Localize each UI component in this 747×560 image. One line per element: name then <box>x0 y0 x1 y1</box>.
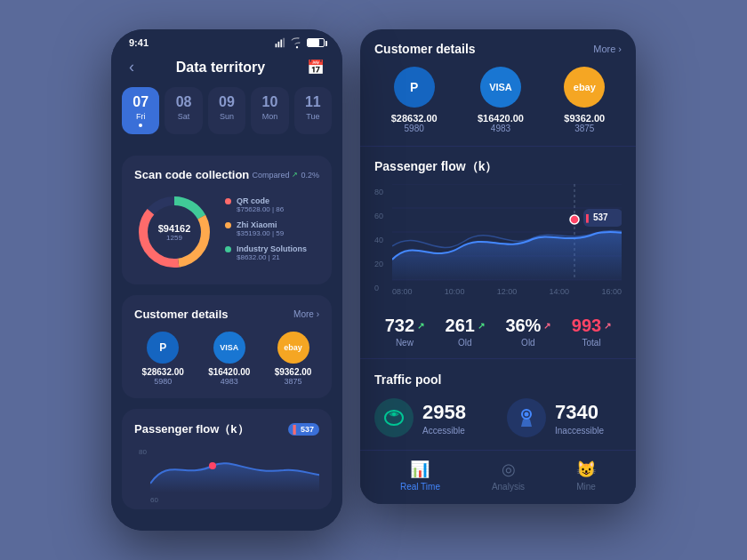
stats-row: 732 ↗ New 261 ↗ Old 36% ↗ Old <box>360 305 636 359</box>
right-customer-title: Customer details <box>374 42 476 56</box>
status-time: 9:41 <box>129 37 149 48</box>
svg-rect-3 <box>283 38 285 48</box>
x-label-1600: 16:00 <box>601 287 622 296</box>
bottom-nav: 📊 Real Time ◎ Analysis 😺 Mine <box>360 450 636 504</box>
calendar-icon[interactable]: 📅 <box>307 59 325 76</box>
donut-chart: $94162 1259 <box>134 192 214 272</box>
scan-title: Scan code collection <box>134 168 249 181</box>
stat-old1: 261 ↗ Old <box>446 316 485 348</box>
passenger-title: Passenger flow（k） <box>134 421 249 437</box>
x-label-1400: 14:00 <box>550 287 570 296</box>
svg-point-16 <box>570 215 579 224</box>
donut-amount: $94162 <box>158 223 191 234</box>
visa-icon: VISA <box>213 332 245 364</box>
big-visa: VISA $16420.00 4983 <box>478 67 524 133</box>
svg-point-9 <box>209 462 216 469</box>
x-label-1000: 10:00 <box>445 287 465 296</box>
total-trend-icon: ↗ <box>604 321 611 331</box>
nav-analysis-label: Analysis <box>492 482 525 492</box>
date-item-mon[interactable]: 10 Mon <box>251 87 288 134</box>
customer-details-section: Customer details More › P $28632.00 5980… <box>122 295 332 398</box>
left-phone: 9:41 ‹ Data territory 📅 07 Fri 08 Sat <box>111 29 342 531</box>
date-item-fri[interactable]: 07 Fri <box>122 87 159 134</box>
paypal-icon: P <box>147 332 179 364</box>
nav-realtime[interactable]: 📊 Real Time <box>400 460 440 492</box>
ebay-icon: ebay <box>277 332 309 364</box>
svg-rect-2 <box>280 40 282 48</box>
old2-trend-icon: ↗ <box>543 321 550 331</box>
industry-color-dot <box>225 246 231 252</box>
traffic-title: Traffic pool <box>374 372 441 387</box>
y-label-60: 60 <box>374 212 389 220</box>
x-label-0800: 08:00 <box>392 287 413 296</box>
date-item-sat[interactable]: 08 Sat <box>165 87 202 134</box>
svg-rect-1 <box>278 42 280 47</box>
accessible-label: Accessible <box>422 426 466 436</box>
big-visa-icon: VISA <box>480 67 521 108</box>
traffic-inaccessible: 7340 Inaccessible <box>507 398 622 437</box>
big-paypal-icon: P <box>394 67 435 108</box>
paypal-item: P $28632.00 5980 <box>142 332 184 386</box>
back-button[interactable]: ‹ <box>129 58 134 76</box>
date-num-fri: 07 <box>125 94 156 110</box>
y-label-0: 0 <box>374 284 389 292</box>
nav-mine[interactable]: 😺 Mine <box>576 460 596 492</box>
donut-count: 1259 <box>158 234 191 242</box>
svg-text:537: 537 <box>593 212 608 222</box>
accessible-icon <box>374 398 414 437</box>
xiaomi-color-dot <box>225 222 231 228</box>
flow-badge: ▌ 537 <box>288 423 319 436</box>
status-bar: 9:41 <box>111 29 342 52</box>
phone-content: Scan code collection Compared ↗ 0.2% <box>111 145 342 531</box>
svg-point-4 <box>296 46 298 48</box>
legend-qr: QR code $75628.00 | 86 <box>225 196 319 213</box>
date-day-fri: Fri <box>125 112 156 121</box>
right-more-link[interactable]: More › <box>593 44 622 54</box>
nav-realtime-label: Real Time <box>400 482 440 492</box>
traffic-row: 2958 Accessible 7340 Inaccessib <box>374 398 622 437</box>
date-item-sun[interactable]: 09 Sun <box>208 87 245 134</box>
realtime-icon: 📊 <box>410 460 430 479</box>
more-link[interactable]: More › <box>293 309 319 319</box>
customer-title: Customer details <box>134 308 228 321</box>
stat-new: 732 ↗ New <box>385 316 424 348</box>
mine-icon: 😺 <box>576 460 596 479</box>
traffic-accessible: 2958 Accessible <box>374 398 489 437</box>
date-strip: 07 Fri 08 Sat 09 Sun 10 Mon 11 Tue <box>111 87 342 145</box>
date-item-tue[interactable]: 11 Tue <box>294 87 332 134</box>
flow-chart-svg: ▌ 537 <box>392 184 622 282</box>
svg-rect-0 <box>276 44 277 47</box>
old1-trend-icon: ↗ <box>478 321 485 331</box>
legend-xiaomi: Zhi Xiaomi $35193.00 | 59 <box>225 220 319 237</box>
visa-item: VISA $16420.00 4983 <box>208 332 250 386</box>
traffic-pool-section: Traffic pool 2958 Accessible <box>360 359 636 450</box>
nav-analysis[interactable]: ◎ Analysis <box>492 460 525 492</box>
battery-icon <box>307 38 325 47</box>
inaccessible-label: Inaccessible <box>555 426 604 436</box>
inaccessible-num: 7340 <box>555 401 604 424</box>
svg-text:▌: ▌ <box>586 213 591 223</box>
y-label-80: 80 <box>374 188 389 196</box>
right-flow-title: Passenger flow（k） <box>374 159 498 175</box>
y-label-40: 40 <box>374 236 389 244</box>
payment-row: P $28632.00 5980 VISA $16420.00 4983 eba… <box>134 332 319 386</box>
right-flow-section: Passenger flow（k） 80 60 40 20 0 <box>360 147 636 305</box>
mini-flow-chart <box>150 448 319 492</box>
scan-code-section: Scan code collection Compared ↗ 0.2% <box>122 156 332 284</box>
stat-total: 993 ↗ Total <box>572 316 611 348</box>
ebay-item: ebay $9362.00 3875 <box>275 332 312 386</box>
right-panel: Customer details More › P $28632.00 5980… <box>360 29 636 504</box>
phone-header: ‹ Data territory 📅 <box>111 52 342 87</box>
svg-point-23 <box>525 412 529 417</box>
up-arrow-icon: ↗ <box>292 171 298 179</box>
page-title: Data territory <box>176 60 265 76</box>
svg-point-21 <box>392 412 396 416</box>
passenger-flow-section: Passenger flow（k） ▌ 537 80 <box>122 409 332 509</box>
compared-badge: Compared ↗ 0.2% <box>252 171 319 180</box>
big-payment-row: P $28632.00 5980 VISA $16420.00 4983 eba… <box>374 67 622 133</box>
y-label-20: 20 <box>374 260 389 268</box>
status-icons <box>275 36 325 49</box>
legend-industry: Industry Solutions $8632.00 | 21 <box>225 244 319 261</box>
inaccessible-icon <box>507 398 546 437</box>
nav-mine-label: Mine <box>576 482 596 492</box>
